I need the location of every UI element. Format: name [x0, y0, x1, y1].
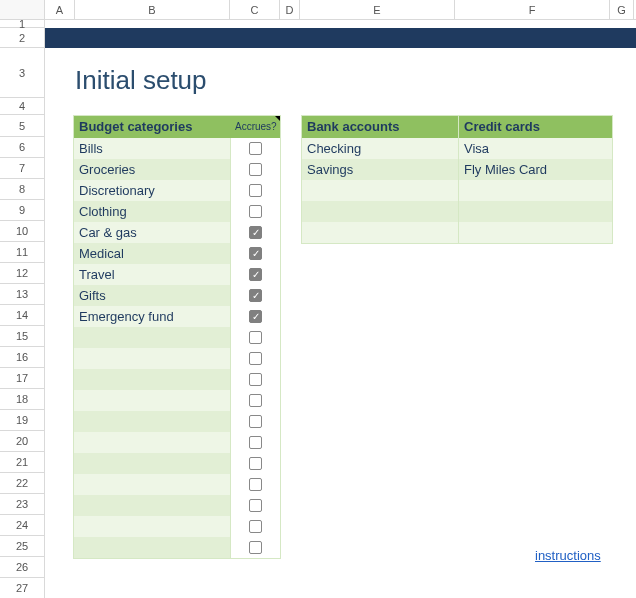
budget-category-cell[interactable]: Travel — [74, 264, 230, 285]
table-row — [302, 201, 612, 222]
budget-category-cell[interactable] — [74, 327, 230, 348]
column-header-G[interactable]: G — [610, 0, 634, 19]
accrues-checkbox[interactable] — [249, 331, 262, 344]
row-header-24[interactable]: 24 — [0, 515, 44, 536]
accrues-checkbox[interactable] — [249, 268, 262, 281]
column-header-A[interactable]: A — [45, 0, 75, 19]
budget-category-cell[interactable] — [74, 432, 230, 453]
budget-category-cell[interactable] — [74, 453, 230, 474]
table-header-row: Bank accounts Credit cards — [302, 116, 612, 138]
budget-category-cell[interactable]: Car & gas — [74, 222, 230, 243]
budget-header-name: Budget categories — [74, 116, 230, 138]
accrues-checkbox[interactable] — [249, 499, 262, 512]
select-all-corner[interactable] — [0, 0, 45, 19]
accrues-cell — [230, 264, 280, 285]
row-header-8[interactable]: 8 — [0, 179, 44, 200]
bank-account-cell[interactable] — [302, 201, 458, 222]
row-header-3[interactable]: 3 — [0, 48, 44, 98]
accrues-checkbox[interactable] — [249, 373, 262, 386]
sheet-area[interactable]: Initial setup Budget categories Accrues?… — [45, 20, 636, 598]
budget-category-cell[interactable]: Bills — [74, 138, 230, 159]
credit-card-cell[interactable]: Fly Miles Card — [458, 159, 612, 180]
accrues-checkbox[interactable] — [249, 163, 262, 176]
row-header-12[interactable]: 12 — [0, 263, 44, 284]
row-header-14[interactable]: 14 — [0, 305, 44, 326]
row-header-19[interactable]: 19 — [0, 410, 44, 431]
budget-category-cell[interactable]: Emergency fund — [74, 306, 230, 327]
row-header-20[interactable]: 20 — [0, 431, 44, 452]
budget-category-cell[interactable]: Discretionary — [74, 180, 230, 201]
accrues-checkbox[interactable] — [249, 436, 262, 449]
bank-account-cell[interactable] — [302, 180, 458, 201]
credit-card-cell[interactable] — [458, 180, 612, 201]
table-row — [302, 222, 612, 243]
budget-category-cell[interactable]: Groceries — [74, 159, 230, 180]
row-header-21[interactable]: 21 — [0, 452, 44, 473]
row-header-18[interactable]: 18 — [0, 389, 44, 410]
budget-category-cell[interactable]: Gifts — [74, 285, 230, 306]
row-header-13[interactable]: 13 — [0, 284, 44, 305]
budget-category-cell[interactable] — [74, 411, 230, 432]
row-header-25[interactable]: 25 — [0, 536, 44, 557]
credit-card-cell[interactable] — [458, 222, 612, 243]
budget-category-cell[interactable] — [74, 474, 230, 495]
row-header-1[interactable]: 1 — [0, 20, 44, 28]
row-header-5[interactable]: 5 — [0, 115, 44, 137]
budget-category-cell[interactable] — [74, 348, 230, 369]
accrues-checkbox[interactable] — [249, 352, 262, 365]
column-header-E[interactable]: E — [300, 0, 455, 19]
accrues-checkbox[interactable] — [249, 541, 262, 554]
row-header-17[interactable]: 17 — [0, 368, 44, 389]
budget-category-cell[interactable]: Clothing — [74, 201, 230, 222]
accrues-checkbox[interactable] — [249, 226, 262, 239]
column-header-C[interactable]: C — [230, 0, 280, 19]
row-header-11[interactable]: 11 — [0, 242, 44, 263]
accrues-checkbox[interactable] — [249, 184, 262, 197]
row-header-10[interactable]: 10 — [0, 221, 44, 242]
accrues-checkbox[interactable] — [249, 415, 262, 428]
row-header-4[interactable]: 4 — [0, 98, 44, 115]
accrues-checkbox[interactable] — [249, 457, 262, 470]
table-row — [74, 495, 280, 516]
budget-header-accrues: Accrues? — [230, 116, 280, 138]
accrues-checkbox[interactable] — [249, 142, 262, 155]
budget-category-cell[interactable] — [74, 369, 230, 390]
column-header-D[interactable]: D — [280, 0, 300, 19]
row-header-2[interactable]: 2 — [0, 28, 44, 48]
column-header-F[interactable]: F — [455, 0, 610, 19]
accrues-checkbox[interactable] — [249, 205, 262, 218]
accrues-checkbox[interactable] — [249, 289, 262, 302]
accrues-checkbox[interactable] — [249, 310, 262, 323]
row-header-7[interactable]: 7 — [0, 158, 44, 179]
credit-card-cell[interactable]: Visa — [458, 138, 612, 159]
accrues-checkbox[interactable] — [249, 394, 262, 407]
row-header-16[interactable]: 16 — [0, 347, 44, 368]
budget-category-cell[interactable] — [74, 516, 230, 537]
bank-account-cell[interactable] — [302, 222, 458, 243]
row-header-6[interactable]: 6 — [0, 137, 44, 158]
row-header-26[interactable]: 26 — [0, 557, 44, 578]
table-row: Medical — [74, 243, 280, 264]
bank-account-cell[interactable]: Checking — [302, 138, 458, 159]
budget-category-cell[interactable]: Medical — [74, 243, 230, 264]
accrues-checkbox[interactable] — [249, 478, 262, 491]
row-header-23[interactable]: 23 — [0, 494, 44, 515]
row-header-22[interactable]: 22 — [0, 473, 44, 494]
budget-category-cell[interactable] — [74, 390, 230, 411]
accrues-cell — [230, 516, 280, 537]
bank-account-cell[interactable]: Savings — [302, 159, 458, 180]
column-header-B[interactable]: B — [75, 0, 230, 19]
accrues-cell — [230, 222, 280, 243]
row-header-15[interactable]: 15 — [0, 326, 44, 347]
budget-category-cell[interactable] — [74, 537, 230, 558]
budget-category-cell[interactable] — [74, 495, 230, 516]
accrues-checkbox[interactable] — [249, 247, 262, 260]
accrues-cell — [230, 285, 280, 306]
row-header-9[interactable]: 9 — [0, 200, 44, 221]
table-row — [302, 180, 612, 201]
credit-card-cell[interactable] — [458, 201, 612, 222]
accrues-checkbox[interactable] — [249, 520, 262, 533]
row-header-27[interactable]: 27 — [0, 578, 44, 598]
instructions-link[interactable]: instructions — [535, 548, 601, 563]
table-row — [74, 432, 280, 453]
